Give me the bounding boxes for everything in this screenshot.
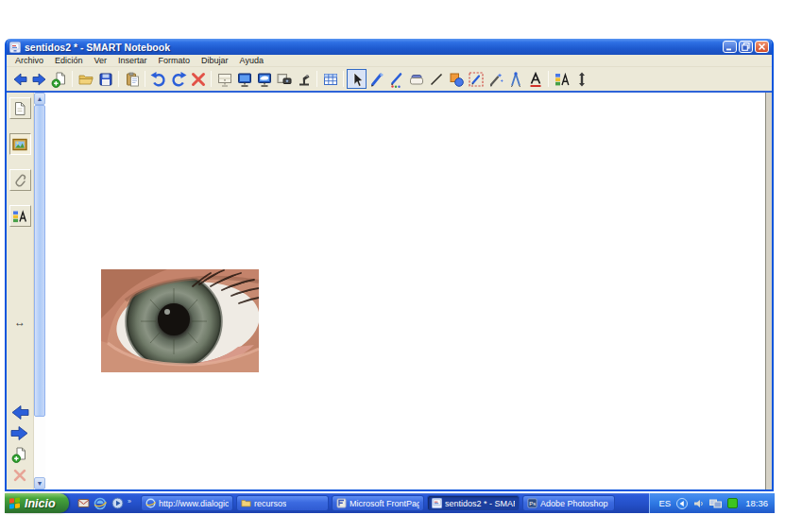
document-camera-button[interactable] xyxy=(294,69,314,89)
sidebar-tab-gallery[interactable] xyxy=(9,133,31,155)
toolbar-separator xyxy=(72,71,73,87)
select-tool-button[interactable] xyxy=(347,69,367,89)
vertical-scrollbar[interactable]: ▲ ▼ xyxy=(33,93,45,489)
task-recursos-folder[interactable]: recursos xyxy=(236,495,329,511)
add-page-button[interactable] xyxy=(49,69,69,89)
clock[interactable]: 18:36 xyxy=(745,498,768,508)
screen-shade-button[interactable] xyxy=(214,69,234,89)
notebook-page-canvas[interactable] xyxy=(45,93,765,489)
properties-tab-icon xyxy=(11,208,28,225)
transparent-background-icon xyxy=(256,71,273,88)
eye-photo-image[interactable] xyxy=(101,269,259,372)
magic-pen-icon xyxy=(487,71,504,88)
sidebar-resize-handle[interactable]: ↔ xyxy=(14,316,26,329)
green-status-icon[interactable] xyxy=(726,497,739,509)
menu-archivo[interactable]: Archivo xyxy=(9,55,49,66)
menu-insertar[interactable]: Insertar xyxy=(112,55,153,66)
save-button[interactable] xyxy=(95,69,115,89)
open-button[interactable] xyxy=(76,69,95,89)
toolbar-separator xyxy=(548,71,549,87)
undo-icon xyxy=(150,71,167,88)
window-title: sentidos2 * - SMART Notebook xyxy=(25,42,723,53)
next-page-nav-button[interactable] xyxy=(9,424,31,442)
task-label: Microsoft FrontPage -... xyxy=(350,499,419,508)
delete-x-icon xyxy=(190,71,207,88)
shape-recognition-pen-button[interactable] xyxy=(466,69,486,89)
scroll-down-button[interactable]: ▼ xyxy=(34,477,45,489)
previous-page-button[interactable] xyxy=(9,69,29,89)
restore-button[interactable] xyxy=(739,41,753,53)
minimize-button[interactable] xyxy=(723,41,737,53)
task-adobe-photoshop[interactable]: Ps Adobe Photoshop CS... xyxy=(522,495,615,511)
start-button[interactable]: Inicio xyxy=(5,493,69,513)
task-sentidos2-smart-notebook[interactable]: sentidos2 * - SMART ... xyxy=(427,495,520,511)
scroll-up-button[interactable]: ▲ xyxy=(34,93,45,105)
properties-button[interactable] xyxy=(552,69,572,89)
creative-pen-icon xyxy=(388,71,405,88)
compass-icon xyxy=(507,71,524,88)
delete-button[interactable] xyxy=(188,69,208,89)
sidebar-spacer: ↔ xyxy=(7,241,33,403)
task-dialogica-browser[interactable]: http://www.dialogica... xyxy=(141,495,233,511)
language-indicator[interactable]: ES xyxy=(659,498,672,508)
next-page-button[interactable] xyxy=(29,69,49,89)
add-page-icon xyxy=(51,71,68,88)
toolbar-separator xyxy=(316,71,317,87)
table-icon xyxy=(322,71,339,88)
add-page-nav-button[interactable] xyxy=(9,445,31,463)
text-tool-button[interactable] xyxy=(525,69,545,89)
screen-capture-button[interactable] xyxy=(274,69,294,89)
add-page-nav-icon xyxy=(11,446,28,463)
close-button[interactable] xyxy=(755,41,769,53)
transparent-background-button[interactable] xyxy=(254,69,274,89)
media-player-icon[interactable] xyxy=(111,497,124,510)
internet-explorer-icon xyxy=(145,498,156,508)
task-microsoft-frontpage[interactable]: Microsoft FrontPage -... xyxy=(332,495,424,511)
move-toolbar-button[interactable] xyxy=(572,69,591,89)
windows-logo-icon xyxy=(9,497,21,509)
properties-icon xyxy=(554,71,571,88)
shapes-tool-button[interactable] xyxy=(446,69,466,89)
sidebar-tab-page-sorter[interactable] xyxy=(9,97,31,119)
scrollbar-thumb[interactable] xyxy=(34,105,45,417)
menu-ayuda[interactable]: Ayuda xyxy=(234,55,269,66)
measurement-tools-button[interactable] xyxy=(505,69,525,89)
line-tool-button[interactable] xyxy=(426,69,446,89)
internet-explorer-icon[interactable] xyxy=(94,497,107,510)
scrollbar-track[interactable] xyxy=(34,417,45,477)
full-screen-button[interactable] xyxy=(234,69,254,89)
previous-page-nav-button[interactable] xyxy=(9,403,31,421)
titlebar[interactable]: sentidos2 * - SMART Notebook xyxy=(7,39,772,55)
task-label: sentidos2 * - SMART ... xyxy=(445,499,515,508)
blue-right-arrow-icon xyxy=(9,425,30,441)
screenshot-root: sentidos2 * - SMART Notebook Archivo Edi… xyxy=(0,0,785,532)
creative-pen-tool-button[interactable] xyxy=(386,69,406,89)
volume-icon[interactable] xyxy=(692,497,705,509)
menu-edicion[interactable]: Edición xyxy=(49,55,89,66)
up-down-arrow-icon xyxy=(573,71,590,88)
pen-tool-button[interactable] xyxy=(367,69,386,89)
paste-button[interactable] xyxy=(122,69,142,89)
document-camera-icon xyxy=(296,71,313,88)
menu-dibujar[interactable]: Dibujar xyxy=(196,55,234,66)
eraser-tool-button[interactable] xyxy=(406,69,426,89)
dual-monitor-icon[interactable] xyxy=(709,497,722,509)
menu-formato[interactable]: Formato xyxy=(153,55,196,66)
sidebar-tab-properties[interactable] xyxy=(9,205,31,227)
magic-pen-button[interactable] xyxy=(486,69,505,89)
quick-launch-overflow-chevron[interactable]: » xyxy=(128,498,131,505)
smart-board-tools-icon[interactable] xyxy=(675,497,688,509)
redo-button[interactable] xyxy=(168,69,188,89)
save-icon xyxy=(97,71,114,88)
cursor-arrow-icon xyxy=(349,71,366,88)
svg-text:Ps: Ps xyxy=(529,501,536,506)
undo-button[interactable] xyxy=(148,69,168,89)
insert-table-button[interactable] xyxy=(320,69,340,89)
menu-ver[interactable]: Ver xyxy=(89,55,113,66)
paperclip-icon xyxy=(11,172,28,189)
redo-icon xyxy=(170,71,187,88)
delete-page-nav-button[interactable] xyxy=(9,466,31,484)
mail-icon[interactable] xyxy=(77,497,90,510)
sidebar-tab-attachments[interactable] xyxy=(9,169,31,191)
blue-left-arrow-icon xyxy=(9,404,30,420)
